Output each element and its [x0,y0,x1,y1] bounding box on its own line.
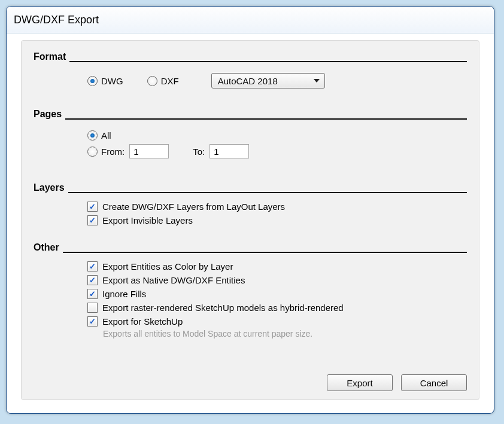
radio-format-dwg[interactable]: DWG [87,76,123,86]
checkbox-box-icon [87,289,98,299]
hint-export-for-sketchup: Exports all entities to Model Space at c… [103,329,467,338]
checkbox-label: Export Entities as Color by Layer [102,261,233,272]
radio-dot-icon [87,147,98,157]
radio-label: All [101,130,111,141]
window-title: DWG/DXF Export [14,14,99,26]
input-page-to[interactable] [210,144,249,158]
export-button[interactable]: Export [327,374,393,391]
checkbox-box-icon [87,316,98,327]
radio-pages-range[interactable]: From: [87,147,125,157]
section-label: Layers [34,182,68,193]
select-value: AutoCAD 2018 [218,76,278,86]
section-rule [63,252,467,253]
checkbox-label: Export as Native DWG/DXF Entities [102,275,245,285]
checkbox-ignore-fills[interactable]: Ignore Fills [87,289,146,299]
checkbox-box-icon [87,303,98,313]
dialog-window: DWG/DXF Export Format DWG DXF AutoCAD 20… [6,6,494,414]
section-label: Other [34,242,63,253]
checkbox-label: Export raster-rendered SketchUp models a… [102,303,344,313]
radio-dot-icon [87,130,98,141]
radio-format-dxf[interactable]: DXF [147,76,179,86]
button-label: Export [347,378,372,388]
radio-label: DXF [161,76,179,86]
radio-dot-icon [147,76,157,86]
input-page-from[interactable] [129,144,169,158]
radio-pages-all[interactable]: All [87,130,111,141]
checkbox-color-by-layer[interactable]: Export Entities as Color by Layer [87,261,233,272]
checkbox-box-icon [87,202,98,212]
section-rule [65,118,467,120]
chevron-down-icon [314,79,320,83]
section-label: Pages [34,109,65,120]
checkbox-export-invisible[interactable]: Export Invisible Layers [87,215,193,225]
section-pages: Pages All From: To: [34,109,467,158]
section-heading-pages: Pages [34,109,467,120]
checkbox-box-icon [87,215,98,225]
checkbox-box-icon [87,275,98,285]
section-format: Format DWG DXF AutoCAD 2018 [34,51,467,89]
section-heading-format: Format [34,51,467,62]
checkbox-label: Create DWG/DXF Layers from LayOut Layers [102,202,285,212]
checkbox-label: Ignore Fills [102,289,146,299]
checkbox-export-for-sketchup[interactable]: Export for SketchUp [87,316,183,327]
select-autocad-version[interactable]: AutoCAD 2018 [211,73,325,89]
radio-dot-icon [87,76,98,86]
section-layers: Layers Create DWG/DXF Layers from LayOut… [34,182,467,225]
button-label: Cancel [420,378,448,388]
section-rule [68,192,467,193]
section-heading-other: Other [34,242,467,253]
section-rule [69,61,467,62]
checkbox-create-layers[interactable]: Create DWG/DXF Layers from LayOut Layers [87,202,285,212]
checkbox-box-icon [87,261,98,272]
checkbox-label: Export for SketchUp [102,316,183,327]
cancel-button[interactable]: Cancel [401,374,467,391]
content-panel: Format DWG DXF AutoCAD 2018 [21,40,479,400]
radio-label: From: [101,147,125,157]
titlebar: DWG/DXF Export [7,7,494,33]
section-heading-layers: Layers [34,182,467,193]
section-other: Other Export Entities as Color by Layer … [34,242,467,338]
checkbox-label: Export Invisible Layers [102,215,193,225]
radio-label: DWG [101,76,123,86]
checkbox-native-entities[interactable]: Export as Native DWG/DXF Entities [87,275,245,285]
label-page-to: To: [193,147,205,157]
section-label: Format [34,51,69,62]
dialog-footer: Export Cancel [327,374,467,391]
checkbox-hybrid-render[interactable]: Export raster-rendered SketchUp models a… [87,303,344,313]
